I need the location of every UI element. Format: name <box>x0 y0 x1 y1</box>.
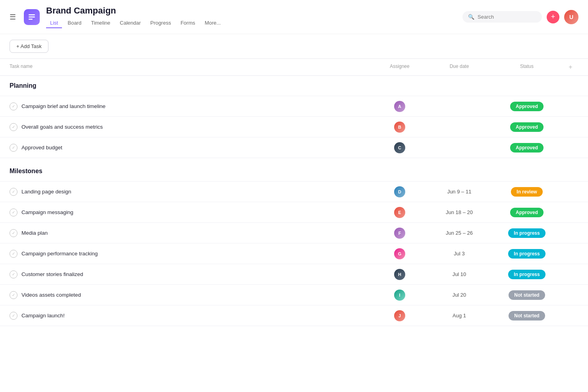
add-task-button[interactable]: + Add Task <box>10 40 48 53</box>
task-name: Customer stories finalized <box>21 271 83 277</box>
task-name: Campaign brief and launch timeline <box>21 103 106 109</box>
search-icon: 🔍 <box>468 14 474 20</box>
assignee-cell: A <box>372 101 427 112</box>
title-area: Brand Campaign List Board Timeline Calen… <box>46 6 456 28</box>
table-row[interactable]: ✓ Overall goals and success metrics B Ap… <box>0 117 588 137</box>
search-input[interactable] <box>478 14 536 20</box>
table-row[interactable]: ✓ Videos assets completed I Jul 20 Not s… <box>0 285 588 305</box>
tab-more[interactable]: More... <box>201 18 224 28</box>
task-name: Media plan <box>21 230 48 236</box>
due-date-cell: Jul 3 <box>427 251 491 257</box>
status-badge: Approved <box>510 143 544 153</box>
task-name-cell: ✓ Approved budget <box>10 144 372 152</box>
table-header: Task name Assignee Due date Status + <box>0 59 588 76</box>
col-add[interactable]: + <box>563 62 578 72</box>
assignee-cell: G <box>372 248 427 259</box>
task-name: Campaign launch! <box>21 313 65 319</box>
avatar: D <box>394 186 405 197</box>
check-icon[interactable]: ✓ <box>10 144 17 152</box>
section-milestones-header: Milestones <box>0 161 588 182</box>
check-icon[interactable]: ✓ <box>10 123 17 131</box>
check-icon[interactable]: ✓ <box>10 229 17 237</box>
svg-rect-2 <box>29 19 33 20</box>
hamburger-icon[interactable]: ☰ <box>10 13 16 21</box>
status-cell: Approved <box>491 122 563 132</box>
status-cell: Approved <box>491 102 563 111</box>
avatar: H <box>394 269 405 280</box>
task-name-cell: ✓ Campaign performance tracking <box>10 250 372 258</box>
avatar: I <box>394 290 405 301</box>
svg-rect-0 <box>29 14 35 15</box>
table-row[interactable]: ✓ Media plan F Jun 25 – 26 In progress <box>0 223 588 243</box>
section-planning: Planning ✓ Campaign brief and launch tim… <box>0 76 588 158</box>
table-row[interactable]: ✓ Campaign brief and launch timeline A A… <box>0 96 588 117</box>
avatar: C <box>394 142 405 153</box>
status-cell: In progress <box>491 228 563 238</box>
tab-forms[interactable]: Forms <box>176 18 199 28</box>
task-name: Landing page design <box>21 189 71 195</box>
table-row[interactable]: ✓ Customer stories finalized H Jul 10 In… <box>0 264 588 285</box>
table-row[interactable]: ✓ Landing page design D Jun 9 – 11 In re… <box>0 182 588 202</box>
toolbar: + Add Task <box>0 34 588 58</box>
header: ☰ Brand Campaign List Board Timeline Cal… <box>0 0 588 34</box>
due-date-cell: Aug 1 <box>427 313 491 319</box>
add-task-label: + Add Task <box>16 43 42 49</box>
tab-list[interactable]: List <box>46 18 62 28</box>
section-milestones: Milestones ✓ Landing page design D Jun 9… <box>0 161 588 326</box>
tab-board[interactable]: Board <box>64 18 85 28</box>
check-icon[interactable]: ✓ <box>10 102 17 110</box>
col-due-date: Due date <box>427 62 491 72</box>
task-name-cell: ✓ Campaign messaging <box>10 209 372 216</box>
task-name-cell: ✓ Overall goals and success metrics <box>10 123 372 131</box>
header-right: 🔍 + U <box>462 10 578 24</box>
check-icon[interactable]: ✓ <box>10 188 17 196</box>
task-name-cell: ✓ Customer stories finalized <box>10 270 372 278</box>
check-icon[interactable]: ✓ <box>10 209 17 216</box>
page-title: Brand Campaign <box>46 6 456 16</box>
task-name: Campaign messaging <box>21 209 74 215</box>
status-badge: In progress <box>508 228 545 238</box>
due-date-cell: Jun 18 – 20 <box>427 209 491 215</box>
assignee-cell: H <box>372 269 427 280</box>
assignee-cell: I <box>372 290 427 301</box>
col-status: Status <box>491 62 563 72</box>
assignee-cell: D <box>372 186 427 197</box>
check-icon[interactable]: ✓ <box>10 270 17 278</box>
avatar: A <box>394 101 405 112</box>
status-badge: Approved <box>510 102 544 111</box>
assignee-cell: C <box>372 142 427 153</box>
add-button[interactable]: + <box>547 11 559 23</box>
tab-timeline[interactable]: Timeline <box>87 18 114 28</box>
status-cell: Not started <box>491 290 563 300</box>
due-date-cell: Jun 25 – 26 <box>427 230 491 236</box>
tab-progress[interactable]: Progress <box>146 18 175 28</box>
check-icon[interactable]: ✓ <box>10 250 17 258</box>
status-badge: Approved <box>510 122 544 132</box>
check-icon[interactable]: ✓ <box>10 291 17 299</box>
status-cell: Not started <box>491 311 563 321</box>
status-badge: In review <box>511 187 542 197</box>
col-task-name: Task name <box>10 62 372 72</box>
due-date-cell: Jul 20 <box>427 292 491 298</box>
search-bar[interactable]: 🔍 <box>462 11 542 23</box>
avatar[interactable]: U <box>564 10 578 24</box>
avatar: E <box>394 207 405 218</box>
avatar: J <box>394 310 405 321</box>
app-logo <box>24 9 40 25</box>
status-cell: Approved <box>491 208 563 217</box>
avatar: G <box>394 248 405 259</box>
task-name: Approved budget <box>21 145 62 151</box>
task-name-cell: ✓ Campaign brief and launch timeline <box>10 102 372 110</box>
status-cell: Approved <box>491 143 563 153</box>
table-row[interactable]: ✓ Approved budget C Approved <box>0 137 588 158</box>
check-icon[interactable]: ✓ <box>10 312 17 320</box>
table-row[interactable]: ✓ Campaign launch! J Aug 1 Not started <box>0 305 588 326</box>
task-name-cell: ✓ Videos assets completed <box>10 291 372 299</box>
table-row[interactable]: ✓ Campaign performance tracking G Jul 3 … <box>0 243 588 264</box>
avatar: B <box>394 122 405 133</box>
table-row[interactable]: ✓ Campaign messaging E Jun 18 – 20 Appro… <box>0 202 588 223</box>
tab-calendar[interactable]: Calendar <box>116 18 145 28</box>
status-cell: In progress <box>491 249 563 259</box>
status-cell: In progress <box>491 270 563 279</box>
section-planning-header: Planning <box>0 76 588 96</box>
